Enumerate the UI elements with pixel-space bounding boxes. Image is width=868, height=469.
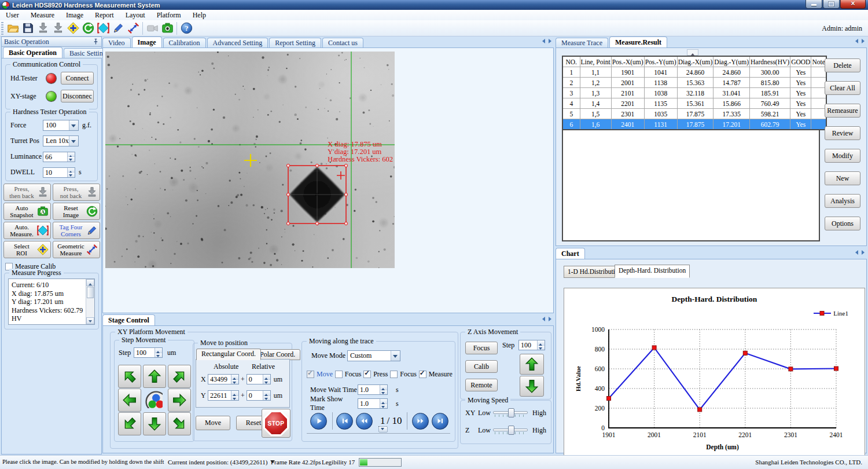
table-cell[interactable] (811, 78, 826, 88)
auto-snapshot-button[interactable]: AutoSnapshot (3, 203, 51, 220)
indent-position-label[interactable]: Current indent position: (43499,22611) (168, 459, 275, 466)
tab-scroll-right-icon[interactable] (549, 317, 551, 321)
collapse-button[interactable] (687, 49, 698, 56)
z-up-button[interactable] (520, 354, 544, 375)
trace-measure-checkbox[interactable]: Measure (419, 370, 453, 379)
table-cell[interactable]: 15.866 (713, 98, 750, 109)
table-cell[interactable]: 3 (562, 88, 580, 98)
table-cell[interactable]: 1,4 (580, 98, 611, 109)
table-column-header[interactable]: Diag.-X(um) (677, 56, 713, 67)
pin-icon[interactable] (93, 38, 99, 45)
table-cell[interactable]: 602.79 (750, 119, 790, 130)
auto-measure-button[interactable]: Auto.Measure. (3, 222, 51, 239)
table-cell[interactable]: 32.118 (677, 88, 713, 98)
table-cell[interactable]: 760.49 (750, 98, 790, 109)
snapshot-camera-icon[interactable] (160, 21, 175, 35)
table-cell[interactable]: 2201 (611, 98, 644, 109)
spin-up-icon[interactable] (68, 168, 75, 173)
geometric-measure-button[interactable]: GeometricMeasure (53, 241, 100, 258)
menu-image[interactable]: Image (60, 10, 89, 20)
tab-scroll-left-icon[interactable] (542, 39, 545, 43)
tab-measure-trace[interactable]: Measure Trace (556, 38, 608, 47)
maximize-button[interactable] (823, 0, 840, 9)
table-column-header[interactable]: Line, Point (580, 56, 611, 67)
move-wait-spinner[interactable]: 1.0 (358, 384, 388, 395)
table-cell[interactable]: 185.91 (750, 88, 790, 98)
table-cell[interactable]: 1131 (644, 119, 677, 130)
clear-all-button[interactable]: Clear All (825, 81, 860, 95)
press-not-back-icon[interactable] (50, 21, 65, 35)
trace-focus1-checkbox[interactable]: Focus (335, 370, 362, 379)
table-cell[interactable] (811, 67, 826, 78)
reset-image-icon[interactable] (80, 21, 95, 35)
force-combobox[interactable]: 100 (43, 120, 79, 131)
z-down-button[interactable] (520, 376, 544, 397)
z-step-spinner[interactable]: 100 (518, 340, 545, 350)
geometric-measure-icon[interactable] (126, 21, 141, 35)
table-cell[interactable] (811, 98, 826, 109)
open-folder-icon[interactable] (5, 21, 20, 35)
press-then-back-icon[interactable] (35, 21, 50, 35)
move-mode-combobox[interactable]: Custom (347, 350, 400, 361)
table-cell[interactable]: 2301 (611, 109, 644, 119)
table-row[interactable]: 31,32101103832.11831.041185.91Yes (562, 88, 826, 98)
dwell-spinner[interactable]: 10 (43, 167, 75, 178)
options-button[interactable]: Options (825, 217, 860, 230)
tab-report-setting[interactable]: Report Setting (269, 38, 321, 47)
table-column-header[interactable]: Diag.-Y(um) (713, 56, 750, 67)
z-speed-slider[interactable] (493, 425, 528, 435)
chevron-down-icon[interactable] (69, 136, 78, 146)
tab-chart[interactable]: Chart (556, 248, 585, 259)
table-cell[interactable]: 1041 (644, 67, 677, 78)
table-cell[interactable]: 17.201 (713, 119, 750, 130)
menu-platform[interactable]: Platform (151, 10, 187, 20)
table-cell[interactable]: 24.860 (713, 67, 750, 78)
menu-help[interactable]: Help (187, 10, 212, 20)
table-column-header[interactable]: Pos.-Y(um) (644, 56, 677, 67)
new-button[interactable]: New (825, 171, 860, 185)
table-cell[interactable]: 1,2 (580, 78, 611, 88)
delete-button[interactable]: Delete (825, 58, 860, 72)
table-column-header[interactable]: Pos.-X(um) (611, 56, 644, 67)
tab-measure-result[interactable]: Measure.Result (609, 36, 667, 47)
tab-stage-control[interactable]: Stage Control (102, 314, 155, 325)
table-row[interactable]: 21,22001113815.36314.787815.80Yes (562, 78, 826, 88)
table-column-header[interactable]: GOOD (790, 56, 811, 67)
video-camera-icon[interactable] (145, 21, 160, 35)
select-roi-button[interactable]: SelectROI (3, 241, 51, 258)
table-cell[interactable]: 1035 (644, 109, 677, 119)
minimize-button[interactable] (806, 0, 822, 9)
table-cell[interactable]: Yes (790, 67, 811, 78)
table-cell[interactable]: Yes (790, 109, 811, 119)
calib-button[interactable]: Calib (465, 360, 498, 373)
trace-move-checkbox[interactable]: Move (307, 370, 333, 379)
table-row[interactable]: 11,11901104124.86024.860300.00Yes (562, 67, 826, 78)
x-relative-spinner[interactable]: 0 (247, 374, 271, 384)
table-cell[interactable]: 4 (562, 98, 580, 109)
spin-up-icon[interactable] (68, 152, 75, 157)
analysis-button[interactable]: Analysis (825, 194, 860, 208)
spin-down-icon[interactable] (155, 353, 162, 358)
press-not-back-button[interactable]: Press,not back (53, 184, 100, 201)
move-left-button[interactable] (118, 389, 141, 412)
table-cell[interactable]: 6 (562, 119, 580, 130)
trace-first-button[interactable] (336, 413, 353, 430)
tab-contact-us[interactable]: Contact us (322, 38, 363, 47)
table-row[interactable]: 61,62401113117.87517.201602.79Yes (562, 119, 826, 130)
table-cell[interactable]: 598.21 (750, 109, 790, 119)
table-cell[interactable]: 1135 (644, 98, 677, 109)
tab-rectangular-coord[interactable]: Rectangular Coord. (196, 349, 261, 360)
table-column-header[interactable]: NO. (562, 56, 580, 67)
trace-press-checkbox[interactable]: Press (363, 370, 388, 379)
stop-button[interactable]: STOP (262, 409, 290, 438)
spin-down-icon[interactable] (68, 157, 75, 162)
slider-thumb[interactable] (508, 426, 514, 435)
turret-combobox[interactable]: Len 10x (43, 135, 79, 146)
specimen-image[interactable]: X diag: 17.875 um Y diag: 17.201 um Hard… (105, 52, 395, 268)
table-cell[interactable]: Yes (790, 98, 811, 109)
spin-up-icon[interactable] (155, 348, 162, 353)
modify-button[interactable]: Modify (825, 149, 860, 163)
menu-user[interactable]: User (0, 10, 25, 20)
tab-advanced-setting[interactable]: Advanced Setting (207, 38, 269, 47)
tab-image[interactable]: Image (132, 36, 162, 47)
